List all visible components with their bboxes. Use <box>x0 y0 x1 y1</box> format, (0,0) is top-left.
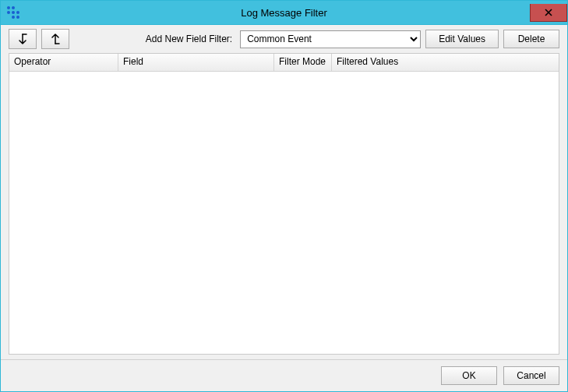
field-filter-combo[interactable]: Common Event <box>240 30 421 48</box>
column-filter-mode[interactable]: Filter Mode <box>274 54 332 71</box>
column-operator[interactable]: Operator <box>9 54 118 71</box>
ok-button[interactable]: OK <box>441 366 497 385</box>
app-icon <box>7 6 23 19</box>
arrow-up-icon <box>51 34 60 44</box>
move-up-button[interactable] <box>41 29 69 49</box>
grid-body[interactable] <box>9 72 559 354</box>
grid-header: Operator Field Filter Mode Filtered Valu… <box>9 54 559 72</box>
close-button[interactable] <box>530 4 567 22</box>
move-down-button[interactable] <box>9 29 37 49</box>
column-field[interactable]: Field <box>118 54 274 71</box>
cancel-button[interactable]: Cancel <box>503 366 559 385</box>
filter-grid: Operator Field Filter Mode Filtered Valu… <box>9 53 559 355</box>
toolbar: Add New Field Filter: Common Event Edit … <box>1 25 567 53</box>
arrow-down-icon <box>18 34 27 44</box>
dialog-window: Log Message Filter Add New Field Filter:… <box>0 0 568 392</box>
delete-button[interactable]: Delete <box>503 30 559 48</box>
add-filter-label: Add New Field Filter: <box>146 34 232 44</box>
bottom-bar: OK Cancel <box>1 359 567 391</box>
edit-values-button[interactable]: Edit Values <box>425 30 499 48</box>
close-icon <box>545 9 552 16</box>
column-filtered-values[interactable]: Filtered Values <box>332 54 559 71</box>
window-title: Log Message Filter <box>1 7 567 19</box>
titlebar: Log Message Filter <box>1 1 567 25</box>
